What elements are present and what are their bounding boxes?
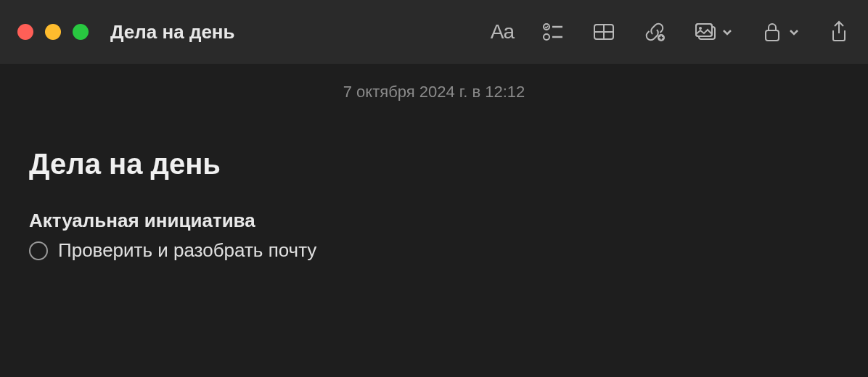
- share-button[interactable]: [827, 20, 851, 44]
- svg-point-13: [699, 27, 702, 30]
- svg-rect-14: [766, 30, 779, 41]
- checklist-button[interactable]: [541, 20, 565, 44]
- font-icon: Aa: [491, 20, 514, 44]
- checklist-item: Проверить и разобрать почту: [29, 239, 839, 262]
- format-button[interactable]: Aa: [491, 20, 514, 44]
- svg-point-2: [544, 34, 549, 40]
- share-icon: [827, 20, 851, 44]
- media-button[interactable]: [694, 20, 733, 44]
- titlebar: Дела на день Aa: [0, 0, 868, 64]
- section-heading[interactable]: Актуальная инициатива: [29, 210, 839, 232]
- chevron-down-icon: [788, 26, 800, 38]
- link-icon: [643, 20, 666, 44]
- link-button[interactable]: [643, 20, 666, 44]
- window-controls: [17, 24, 89, 40]
- checklist-item-text[interactable]: Проверить и разобрать почту: [58, 239, 316, 262]
- minimize-window-button[interactable]: [45, 24, 61, 40]
- note-title[interactable]: Дела на день: [29, 148, 839, 181]
- lock-button[interactable]: [761, 20, 800, 44]
- table-button[interactable]: [592, 20, 615, 44]
- media-icon: [694, 20, 717, 44]
- close-window-button[interactable]: [17, 24, 33, 40]
- note-content[interactable]: 7 октября 2024 г. в 12:12 Дела на день А…: [0, 64, 868, 281]
- maximize-window-button[interactable]: [73, 24, 89, 40]
- chevron-down-icon: [721, 26, 733, 38]
- toolbar: Aa: [491, 20, 851, 44]
- note-timestamp: 7 октября 2024 г. в 12:12: [29, 83, 839, 102]
- svg-rect-11: [696, 24, 712, 36]
- window-title: Дела на день: [110, 21, 235, 44]
- checklist-checkbox[interactable]: [29, 241, 48, 260]
- lock-icon: [761, 20, 784, 44]
- table-icon: [592, 20, 615, 44]
- checklist-icon: [541, 20, 565, 44]
